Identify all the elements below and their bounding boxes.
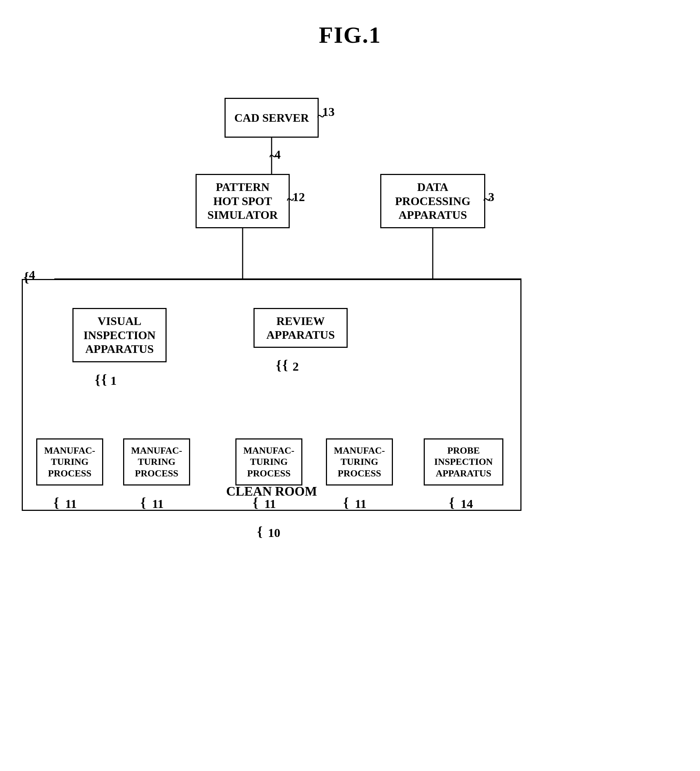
pattern-hot-spot-label: PATTERN HOT SPOT SIMULATOR xyxy=(208,180,278,222)
ref-mfg1-num: 11 xyxy=(65,497,77,511)
clean-room-label: CLEAN ROOM xyxy=(23,484,520,499)
mfg-1-label: MANUFAC- TURING PROCESS xyxy=(44,445,95,479)
ref-review-brace: { xyxy=(283,357,288,373)
ref-probe-num: 14 xyxy=(461,497,473,511)
ref-visual-inspection: { xyxy=(101,371,107,387)
ref-clean-room-brace: { xyxy=(257,524,263,540)
ref-3-brace: ~ xyxy=(484,191,490,207)
mfg-process-4-box: MANUFAC- TURING PROCESS xyxy=(326,438,393,485)
ref-12-brace: ~ xyxy=(287,191,294,207)
ref-1-brace2: { xyxy=(95,372,100,388)
figure-title: FIG.1 xyxy=(0,0,700,49)
network-label-bus: 4 xyxy=(29,268,35,282)
visual-inspection-label: VISUAL INSPECTION APPARATUS xyxy=(83,314,155,356)
cad-server-label: CAD SERVER xyxy=(234,111,309,125)
probe-label: PROBE INSPECTION APPARATUS xyxy=(434,445,493,479)
ref-mfg4-num: 11 xyxy=(355,497,367,511)
probe-box: PROBE INSPECTION APPARATUS xyxy=(424,438,503,485)
pattern-hot-spot-box: PATTERN HOT SPOT SIMULATOR xyxy=(196,174,290,228)
ref-review-num: 2 xyxy=(292,360,299,374)
ref-mfg4-brace: { xyxy=(343,494,349,511)
mfg-2-label: MANUFAC- TURING PROCESS xyxy=(131,445,182,479)
review-box: REVIEW APPARATUS xyxy=(253,308,348,348)
ref-4-brace-bus: { xyxy=(24,269,29,285)
diagram: CAD SERVER 13 PATTERN HOT SPOT SIMULATOR… xyxy=(0,54,700,743)
ref-mfg3-num: 11 xyxy=(264,497,276,511)
data-processing-box: DATA PROCESSING APPARATUS xyxy=(380,174,485,228)
ref-cad-brace: ~ xyxy=(317,108,325,124)
review-label: REVIEW APPARATUS xyxy=(266,314,335,342)
ref-mfg3-brace: { xyxy=(253,494,258,511)
ref-mfg1-brace: { xyxy=(54,494,59,511)
ref-mfg2-brace: { xyxy=(141,494,146,511)
mfg-4-label: MANUFAC- TURING PROCESS xyxy=(334,445,385,479)
mfg-process-2-box: MANUFAC- TURING PROCESS xyxy=(123,438,190,485)
ref-2-brace2: { xyxy=(276,357,281,373)
ref-clean-room-num: 10 xyxy=(268,526,280,540)
visual-inspection-box: VISUAL INSPECTION APPARATUS xyxy=(72,308,167,362)
mfg-process-3-box: MANUFAC- TURING PROCESS xyxy=(235,438,302,485)
ref-pattern: 12 xyxy=(292,190,305,204)
cad-server-box: CAD SERVER xyxy=(224,98,319,138)
ref-visual-inspection-num: 1 xyxy=(110,374,117,388)
data-processing-label: DATA PROCESSING APPARATUS xyxy=(395,180,470,222)
ref-mfg2-num: 11 xyxy=(152,497,164,511)
ref-4-brace-top: ~ xyxy=(270,148,277,164)
mfg-3-label: MANUFAC- TURING PROCESS xyxy=(244,445,294,479)
ref-probe-brace: { xyxy=(449,494,455,511)
mfg-process-1-box: MANUFAC- TURING PROCESS xyxy=(36,438,103,485)
